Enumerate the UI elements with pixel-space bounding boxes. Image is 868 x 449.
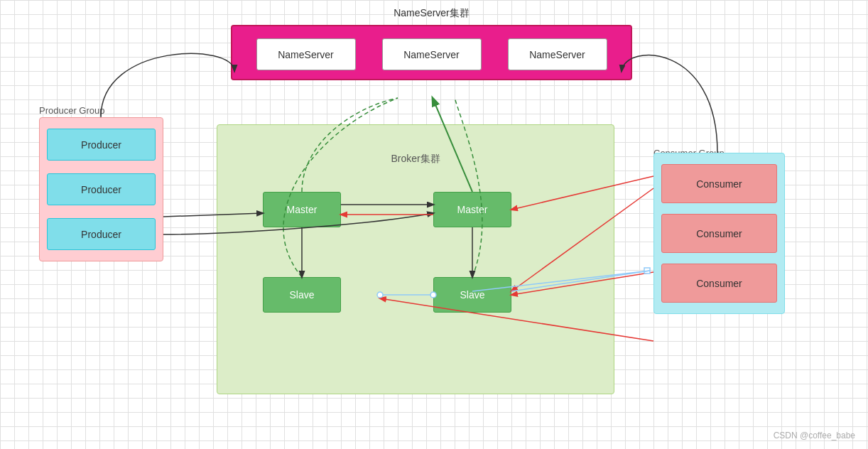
producer-box-2: Producer [47, 173, 156, 205]
consumer-box-2: Consumer [661, 214, 777, 253]
producer-box-1: Producer [47, 129, 156, 161]
nameserver-cluster: NameServer NameServer NameServer [231, 25, 632, 80]
consumer-group-container: Consumer Consumer Consumer [653, 153, 785, 314]
broker-cluster [217, 124, 614, 394]
nameserver-box-2: NameServer [382, 38, 482, 70]
master1-box: Master [263, 192, 341, 227]
nameserver-boxes: NameServer NameServer NameServer [243, 38, 620, 70]
nameserver-box-3: NameServer [508, 38, 607, 70]
slave1-box: Slave [263, 277, 341, 313]
producer-group-container: Producer Producer Producer [39, 117, 163, 261]
csdn-label: CSDN @coffee_babe [774, 431, 855, 440]
slave2-box: Slave [433, 277, 511, 313]
diagram-container: NameServer集群 NameServer NameServer NameS… [0, 0, 868, 449]
nameserver-cluster-label: NameServer集群 [231, 7, 632, 20]
master2-box: Master [433, 192, 511, 227]
producer-group-label: Producer Group [39, 105, 105, 116]
consumer-box-3: Consumer [661, 264, 777, 303]
consumer-box-1: Consumer [661, 164, 777, 203]
nameserver-box-1: NameServer [256, 38, 356, 70]
producer-box-3: Producer [47, 218, 156, 250]
